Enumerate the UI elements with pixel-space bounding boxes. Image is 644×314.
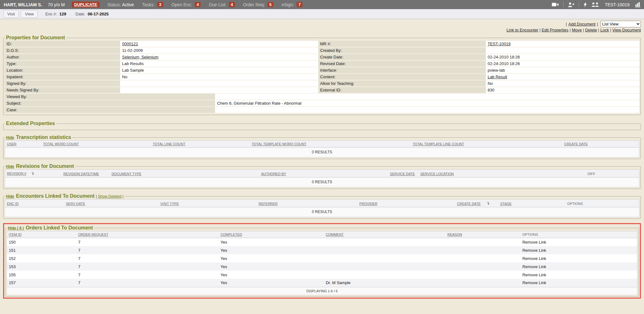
orders-linked-section: Hide ( 6 )Orders Linked To Document ITEM… xyxy=(5,225,639,297)
col-total-word-count[interactable]: TOTAL WORD COUNT xyxy=(43,142,79,146)
tasks-count-badge[interactable]: 3 xyxy=(157,2,163,7)
remove-link-button[interactable]: Remove Link xyxy=(522,264,546,269)
col-user[interactable]: USER xyxy=(7,142,17,146)
remove-link-button[interactable]: Remove Link xyxy=(522,256,546,261)
order-item-id: 152 xyxy=(7,254,76,262)
lightning-icon[interactable] xyxy=(583,2,587,7)
video-camera-icon[interactable] xyxy=(552,2,559,7)
table-header-row: REVISION #↴ REVISION DATE/TIME DOCUMENT … xyxy=(5,170,639,177)
edit-properties-link[interactable]: Edit Properties xyxy=(542,28,569,32)
lock-link[interactable]: Lock xyxy=(600,28,609,32)
people-icon[interactable] xyxy=(591,2,599,7)
orders-paging-status: DISPLAYING 1-6 / 6 xyxy=(7,287,637,295)
mr-number-link[interactable]: TEST-10019 xyxy=(488,41,511,46)
order-req-counter[interactable]: Order Req: 5 xyxy=(243,2,273,7)
open-enc-counter[interactable]: Open Enc: 4 xyxy=(171,2,201,7)
visit-button[interactable]: Visit xyxy=(3,10,19,18)
table-row: 151 7 Yes Remove Link xyxy=(7,246,637,254)
create-date-label: Create Date: xyxy=(318,54,486,61)
encounters-linked-section: HideEncounters Linked To Document | Show… xyxy=(3,193,641,219)
col-document-type[interactable]: DOCUMENT TYPE xyxy=(112,172,142,176)
col-completed[interactable]: COMPLETED xyxy=(220,233,242,236)
remove-link-button[interactable]: Remove Link xyxy=(522,240,546,245)
add-document-link[interactable]: Add Document xyxy=(569,22,596,26)
move-link[interactable]: Move xyxy=(572,28,582,32)
col-referrer[interactable]: REFERRER xyxy=(258,202,278,206)
duplicate-badge[interactable]: DUPLICATE xyxy=(72,2,100,8)
col-total-template-line-count[interactable]: TOTAL TEMPLATE LINE COUNT xyxy=(413,142,464,146)
table-footer-row: DISPLAYING 1-6 / 6 xyxy=(7,287,637,295)
open-enc-count-badge[interactable]: 4 xyxy=(195,2,201,7)
remove-link-button[interactable]: Remove Link xyxy=(522,273,546,277)
col-provider[interactable]: PROVIDER xyxy=(359,202,377,206)
table-row: 0 RESULTS xyxy=(5,147,639,157)
created-by-label: Created By: xyxy=(318,47,486,54)
esign-count-badge[interactable]: 7 xyxy=(297,2,303,7)
create-date-value: 02-24-2010 18:26 xyxy=(486,54,639,61)
delete-link[interactable]: Delete xyxy=(585,28,597,32)
view-button[interactable]: View xyxy=(21,10,38,18)
col-item-id[interactable]: ITEM ID xyxy=(9,233,21,236)
order-comment: Dr. M Sample xyxy=(324,279,446,287)
col-create-date[interactable]: CREATE DATE xyxy=(564,142,588,146)
transcription-statistics-title: Transcription statistics xyxy=(16,135,71,140)
document-properties-page: | Add Document | List View Link to Encou… xyxy=(0,19,644,299)
hide-encounters-link[interactable]: Hide xyxy=(6,194,14,199)
col-order-request[interactable]: ORDER REQUEST xyxy=(78,233,108,236)
col-revision-number[interactable]: REVISION # xyxy=(7,172,26,175)
author-label: Author: xyxy=(5,54,120,61)
col-create-date[interactable]: CREATE DATE xyxy=(457,202,480,206)
view-document-link[interactable]: View Document xyxy=(612,28,641,32)
revisions-table: REVISION #↴ REVISION DATE/TIME DOCUMENT … xyxy=(5,170,639,187)
order-item-id: 155 xyxy=(7,271,76,279)
order-request: 7 xyxy=(76,271,219,279)
bar-chart-icon[interactable] xyxy=(635,2,640,7)
col-total-line-count[interactable]: TOTAL LINE COUNT xyxy=(153,142,186,146)
due-list-counter[interactable]: Due List: 4 xyxy=(209,2,235,7)
order-req-count-badge[interactable]: 5 xyxy=(267,2,273,7)
content-link[interactable]: Lab Result xyxy=(488,74,507,79)
author-link[interactable]: Selenium, Selenium xyxy=(122,55,158,59)
col-visit-type[interactable]: VISIT TYPE xyxy=(160,202,179,206)
remove-link-button[interactable]: Remove Link xyxy=(522,248,546,253)
sort-descending-icon[interactable]: ↴ xyxy=(31,171,34,176)
table-row: 150 7 Yes Remove Link xyxy=(7,238,637,246)
col-reason[interactable]: REASON xyxy=(447,233,462,236)
col-service-date[interactable]: SERVICE DATE xyxy=(390,172,415,176)
type-label: Type: xyxy=(5,61,120,67)
transcription-results-count: 0 RESULTS xyxy=(5,147,639,157)
interface-label: Interface: xyxy=(318,67,486,74)
sort-descending-icon[interactable]: ↴ xyxy=(486,201,490,206)
remove-link-button[interactable]: Remove Link xyxy=(522,280,546,285)
col-service-location[interactable]: SERVICE LOCATION xyxy=(420,172,454,176)
hide-orders-link[interactable]: Hide ( 6 ) xyxy=(8,226,24,230)
show-deleted-link[interactable]: Show Deleted xyxy=(98,194,121,199)
col-serv-date[interactable]: SERV DATE xyxy=(66,202,85,206)
patient-banner: HART, WILLIAM S. 70 y/o M DUPLICATE Stat… xyxy=(0,0,644,9)
col-comment[interactable]: COMMENT xyxy=(326,233,344,236)
order-reason xyxy=(446,254,520,262)
esign-counter[interactable]: eSign: 7 xyxy=(281,2,303,7)
col-enc-id[interactable]: ENC ID xyxy=(7,202,19,206)
link-to-encounter-link[interactable]: Link to Encounter xyxy=(507,28,538,32)
col-stage[interactable]: STAGE xyxy=(500,202,511,206)
col-total-template-word-count[interactable]: TOTAL TEMPLATE WORD COUNT xyxy=(252,142,306,146)
view-mode-select[interactable]: List View xyxy=(601,21,641,27)
document-id-link[interactable]: 0000121 xyxy=(122,41,138,46)
order-comment xyxy=(324,246,446,254)
table-row: 155 7 Yes Remove Link xyxy=(7,271,637,279)
orders-table: ITEM ID ORDER REQUEST COMPLETED COMMENT … xyxy=(7,231,637,295)
col-revision-datetime[interactable]: REVISION DATE/TIME xyxy=(63,172,99,176)
hide-transcription-link[interactable]: Hide xyxy=(6,135,14,140)
tasks-counter[interactable]: Tasks: 3 xyxy=(142,2,163,7)
allow-teaching-value: No xyxy=(486,80,639,87)
due-list-count-badge[interactable]: 4 xyxy=(229,2,235,7)
person-add-icon[interactable] xyxy=(568,2,574,7)
divider xyxy=(579,2,579,7)
hide-revisions-link[interactable]: Hide xyxy=(6,164,14,169)
table-row: Viewed By: xyxy=(5,94,639,100)
signed-by-value xyxy=(120,80,318,87)
col-authored-by[interactable]: AUTHORED BY xyxy=(261,172,286,176)
transcription-statistics-section: HideTranscription statistics USER TOTAL … xyxy=(3,135,641,159)
table-row: Inpatient: No Content: Lab Result xyxy=(5,74,639,80)
